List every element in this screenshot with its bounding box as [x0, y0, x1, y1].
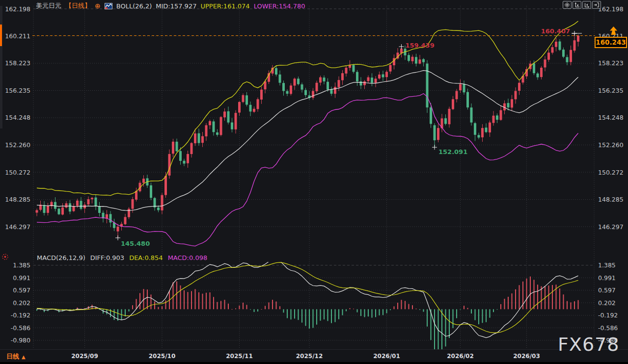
axis-label: 152.260	[598, 141, 624, 149]
price-panel	[36, 21, 580, 246]
axis-label: 162.198	[598, 5, 624, 13]
axis-label: 160.211	[5, 32, 30, 40]
crosshair-target-icon[interactable]	[1, 253, 9, 262]
macd-value: MACD:0.098	[168, 254, 208, 261]
axis-label: 0.991	[598, 274, 616, 282]
axis-label: -0.192	[598, 312, 618, 319]
axis-label: 162.198	[5, 5, 30, 13]
bottom-black-edge	[0, 362, 628, 364]
axis-label: 0.202	[598, 299, 616, 307]
mini-chart-icon[interactable]	[105, 3, 112, 9]
scale-axis-left-button[interactable]	[573, 1, 581, 9]
axis-label: 146.297	[5, 223, 30, 231]
period-dropdown-arrow-icon: ▲	[22, 354, 26, 360]
watermark: FX678	[558, 334, 619, 355]
macd-panel	[36, 259, 579, 349]
period-tag: 【日线】	[65, 1, 91, 10]
axis-label: 1.385	[13, 261, 30, 269]
axis-label: 158.223	[5, 59, 30, 67]
macd-label: MACD(26,12,9)	[37, 254, 85, 261]
axis-label: 154.248	[5, 114, 30, 121]
macd-dea-value: DEA:0.854	[129, 254, 163, 261]
axis-label: 156.235	[5, 87, 30, 94]
axis-label: 0.597	[13, 286, 30, 294]
boll-upper-value: UPPER:161.074	[200, 2, 249, 10]
axis-label: 148.285	[5, 196, 30, 203]
axis-label: 0.202	[13, 299, 30, 307]
boll-label: BOLL(26,2)	[116, 2, 152, 10]
price-annotation: 152.091	[438, 148, 467, 156]
price-alert-arrow-icon	[609, 26, 618, 37]
last-price-tag: 160.243	[595, 37, 627, 48]
price-annotation: 160.407	[541, 27, 570, 35]
time-axis-label: 2026/03	[513, 353, 540, 360]
scale-axis-right-button[interactable]	[582, 1, 591, 9]
axis-label: 148.285	[598, 196, 624, 203]
time-axis-label: 2025/11	[226, 353, 252, 360]
axis-label: 0.597	[598, 286, 616, 294]
boll-lower-value: LOWER:154.780	[254, 2, 305, 10]
axis-label: 1.385	[598, 261, 616, 269]
time-axis-label: 2025/09	[71, 353, 98, 360]
price-annotation: 159.439	[406, 42, 435, 49]
axis-label: 158.223	[598, 59, 624, 67]
time-axis-label: 2025/12	[296, 353, 323, 360]
axis-label: 150.272	[5, 169, 30, 176]
axis-label: 154.248	[598, 114, 624, 121]
axis-label: 150.272	[598, 169, 624, 176]
pan-move-button[interactable]	[563, 1, 572, 9]
boll-mid-value: MID:157.927	[156, 2, 196, 10]
period-selector-label: 日线	[6, 353, 19, 360]
axis-label: 156.235	[598, 87, 624, 94]
price-annotations: 145.480152.091159.439160.407	[115, 27, 582, 247]
chart-header: 美元日元 【日线】 ⊕ BOLL(26,2) MID:157.927 UPPER…	[36, 1, 305, 10]
axis-label: -0.980	[11, 337, 30, 344]
axis-label: 0.991	[13, 274, 30, 282]
time-axis-label: 2025/10	[149, 353, 175, 360]
left-scrollbar-thumb[interactable]	[0, 25, 2, 46]
exit-fullscreen-button[interactable]	[592, 1, 601, 9]
trading-chart-window: 162.198162.198160.211160.211158.223158.2…	[0, 0, 628, 364]
gridlines	[33, 6, 594, 348]
time-axis-bar: 日线▲ 2025/092025/102025/112025/122026/012…	[0, 349, 628, 364]
symbol-name: 美元日元	[36, 1, 61, 10]
period-selector[interactable]: 日线▲	[6, 352, 26, 361]
axis-label: 146.297	[598, 223, 624, 231]
candlestick-chart-canvas[interactable]: 162.198162.198160.211160.211158.223158.2…	[0, 0, 628, 349]
axis-label: -0.586	[598, 324, 618, 332]
axis-label: -0.586	[11, 324, 30, 332]
macd-diff-value: DIFF:0.903	[90, 254, 124, 261]
axis-label: 152.260	[5, 141, 30, 149]
time-axis-label: 2026/01	[373, 353, 400, 360]
price-annotation: 145.480	[121, 240, 150, 247]
chart-toolbar	[563, 1, 601, 9]
axis-label: -0.192	[11, 312, 30, 319]
time-axis-label: 2026/02	[447, 353, 473, 360]
add-compare-icon[interactable]: ⊕	[95, 2, 101, 9]
macd-header: MACD(26,12,9) DIFF:0.903 DEA:0.854 MACD:…	[37, 254, 207, 261]
